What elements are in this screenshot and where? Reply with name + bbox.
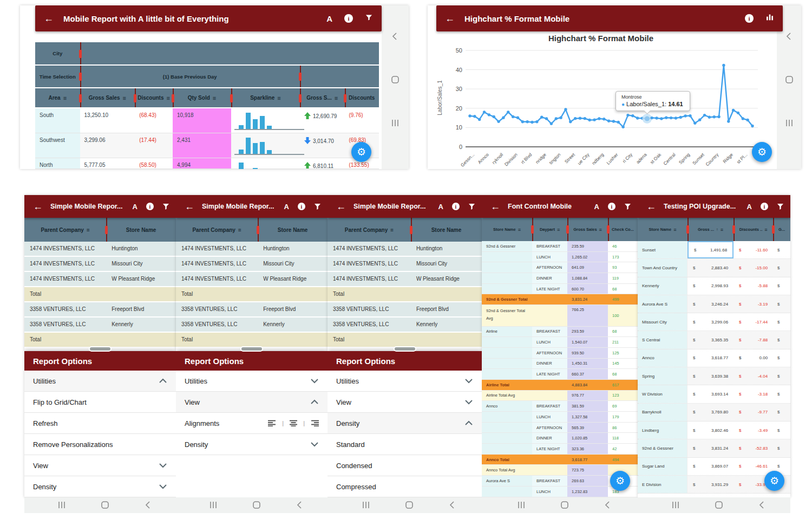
total-row[interactable]: Total xyxy=(328,287,482,301)
column-menu-icon[interactable]: ≡ xyxy=(721,227,723,232)
menu-item-utilities[interactable]: Utilities xyxy=(328,371,482,392)
column-header-parent-company[interactable]: Parent Company ≡ xyxy=(24,218,106,242)
table-row[interactable]: 1474 INVESTMENTS, LLCMissouri City xyxy=(328,257,482,271)
column-resize-handle[interactable] xyxy=(299,94,302,102)
filter-icon[interactable] xyxy=(468,203,475,210)
column-menu-icon[interactable]: ≡ xyxy=(599,227,602,232)
filter-icon[interactable] xyxy=(777,203,784,210)
table-row[interactable]: DINNER1,450.31145 xyxy=(482,359,638,370)
column-header-discounts-[interactable]: Discounts ..≡ xyxy=(734,218,773,241)
table-row[interactable]: DINNER1,088.84119 xyxy=(482,273,638,284)
column-header-parent-company[interactable]: Parent Company ≡ xyxy=(328,218,411,242)
table-row[interactable]: 1474 INVESTMENTS, LLCHuntington xyxy=(24,242,176,256)
table-row[interactable]: 1474 INVESTMENTS, LLCMissouri City xyxy=(176,257,328,271)
column-menu-icon[interactable]: ≡ xyxy=(335,95,338,101)
back-icon[interactable] xyxy=(784,31,794,41)
menu-item-density[interactable]: Density xyxy=(328,413,482,434)
table-row[interactable]: 3358 VENTURES, LLCFreeport Blvd xyxy=(24,302,176,316)
home-icon[interactable] xyxy=(560,500,569,510)
table-row[interactable]: 1474 INVESTMENTS, LLCHuntington xyxy=(176,242,328,256)
menu-item-remove-personalizations[interactable]: Remove Personalizations xyxy=(24,434,176,455)
table-row[interactable]: AFTERNOON641.0993 xyxy=(482,262,638,273)
home-icon[interactable] xyxy=(252,500,261,510)
table-row[interactable]: AFTERNOON939.50125 xyxy=(482,348,638,359)
table-row[interactable]: Lindberg$3,802.46$-3.49$ xyxy=(638,422,790,439)
column-header-check-co[interactable]: Check Co... xyxy=(608,218,638,241)
recents-icon[interactable] xyxy=(208,500,218,510)
column-header-store-name[interactable]: Store Name≡ xyxy=(482,218,532,241)
column-header-qty-sold[interactable]: Qty Sold≡ xyxy=(173,88,231,107)
table-row[interactable]: Missouri City$3,299.06$-17.44$ xyxy=(638,313,790,331)
back-icon[interactable] xyxy=(448,500,457,510)
cell-gross[interactable]: $1,491.68 xyxy=(687,241,734,258)
table-row[interactable]: South13,250.10(68.43)10,91812,690.79(9.7… xyxy=(35,108,379,133)
settings-fab[interactable]: ⚙ xyxy=(610,471,630,491)
table-row[interactable]: 92nd & Gessner$3,831.24$-52.83$ xyxy=(638,439,790,457)
column-resize-handle[interactable] xyxy=(230,94,233,102)
column-header-sparkline[interactable]: Sparkline≡ xyxy=(231,88,300,107)
font-icon[interactable]: A xyxy=(438,203,443,211)
total-row[interactable]: Airline Total4,883.84617 xyxy=(482,380,638,391)
column-resize-handle[interactable] xyxy=(732,225,735,234)
column-resize-handle[interactable] xyxy=(772,225,775,234)
table-row[interactable]: Spring$3,639.38$-4.04$ xyxy=(638,367,790,385)
filter-icon[interactable] xyxy=(314,203,321,210)
drag-handle[interactable] xyxy=(241,347,262,351)
total-row[interactable]: Total xyxy=(24,287,176,301)
column-menu-icon[interactable]: ≡ xyxy=(123,95,126,101)
back-arrow-icon[interactable]: ← xyxy=(445,13,455,24)
settings-fab[interactable]: ⚙ xyxy=(752,142,772,162)
column-menu-icon[interactable]: ≡ xyxy=(764,227,767,232)
home-icon[interactable] xyxy=(404,500,414,510)
column-resize-handle[interactable] xyxy=(607,225,610,234)
avg-row[interactable]: 92nd & Gessner Total Avg766.25100 xyxy=(482,305,638,326)
column-menu-icon[interactable]: ≡ xyxy=(518,227,521,232)
column-resize-handle[interactable] xyxy=(299,73,302,81)
table-row[interactable]: S Central$3,365.35$-7.88$ xyxy=(638,331,790,349)
recents-icon[interactable] xyxy=(671,500,680,510)
table-row[interactable]: 3358 VENTURES, LLCKennerly xyxy=(176,317,328,332)
recents-icon[interactable] xyxy=(390,118,400,128)
total-row[interactable]: Total xyxy=(24,333,176,347)
column-header-store-name[interactable]: Store Name≡ xyxy=(638,218,687,241)
total-row[interactable]: Total xyxy=(328,333,482,347)
info-icon[interactable]: i xyxy=(452,203,460,210)
align-center-icon[interactable] xyxy=(289,420,298,426)
table-row[interactable]: LATE NIGHT600.7068 xyxy=(482,284,638,295)
home-icon[interactable] xyxy=(714,500,724,510)
table-row[interactable]: AirlineBREAKFAST293.5968 xyxy=(482,327,638,338)
back-icon[interactable] xyxy=(295,500,305,510)
table-row[interactable]: Barryknoll$3,769.80$-9.77$ xyxy=(638,404,790,422)
menu-item-utilities[interactable]: Utilities xyxy=(24,371,176,392)
column-menu-icon[interactable]: ≡ xyxy=(167,95,170,101)
font-icon[interactable]: A xyxy=(326,14,332,23)
column-header-gross-s-[interactable]: Gross S...≡ xyxy=(300,88,345,107)
table-row[interactable]: AFTERNOON565.3986 xyxy=(482,423,638,433)
column-header-gross-[interactable]: Gross ...↑≡ xyxy=(687,218,734,241)
settings-fab[interactable]: ⚙ xyxy=(351,142,371,162)
column-header-store-name[interactable]: Store Name xyxy=(258,218,328,242)
drag-handle[interactable] xyxy=(90,347,110,351)
back-icon[interactable] xyxy=(757,500,767,510)
table-row[interactable]: 3358 VENTURES, LLCFreeport Blvd xyxy=(328,302,482,316)
table-row[interactable]: 1474 INVESTMENTS, LLCHuntington xyxy=(328,242,482,256)
column-resize-handle[interactable] xyxy=(79,73,82,81)
home-icon[interactable] xyxy=(100,500,110,510)
table-row[interactable]: Aurora Ave S$3,246.24$-3.19$ xyxy=(638,295,790,313)
table-row[interactable]: AnncoBREAKFAST381.5969 xyxy=(482,401,638,412)
table-row[interactable]: Kennerly$2,998.93$-5.88$ xyxy=(638,277,790,295)
avg-row[interactable]: Airline Total Avg976.77123 xyxy=(482,391,638,401)
back-arrow-icon[interactable]: ← xyxy=(490,201,500,212)
info-icon[interactable]: i xyxy=(344,14,353,23)
align-left-icon[interactable] xyxy=(268,420,277,426)
back-arrow-icon[interactable]: ← xyxy=(185,201,194,212)
menu-item-utilities[interactable]: Utilities xyxy=(176,371,328,392)
table-row[interactable]: 3358 VENTURES, LLCKennerly xyxy=(328,317,482,332)
recents-icon[interactable] xyxy=(57,500,67,510)
table-row[interactable]: Town And Country$2,883.40$-15.00$ xyxy=(638,259,790,277)
menu-item-density[interactable]: Density xyxy=(24,476,176,497)
info-icon[interactable]: i xyxy=(761,203,768,210)
menu-item-view[interactable]: View xyxy=(328,392,482,413)
total-row[interactable]: Total xyxy=(176,333,328,347)
menu-item-compressed[interactable]: Compressed xyxy=(328,476,482,497)
